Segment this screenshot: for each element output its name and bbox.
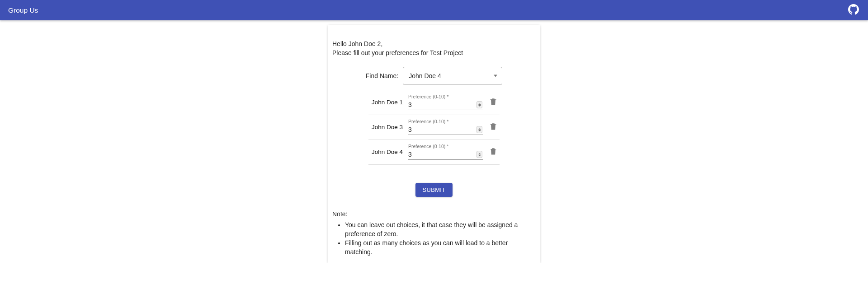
note-item: Filling out as many choices as you can w… (345, 238, 536, 257)
preferences-card: Hello John Doe 2, Please fill out your p… (328, 25, 540, 263)
step-down-icon (478, 155, 481, 156)
number-stepper[interactable] (476, 101, 482, 108)
number-stepper[interactable] (476, 126, 482, 133)
preference-float-label: Preference (0-10) * (408, 119, 448, 124)
github-icon (848, 4, 859, 16)
greeting-line-1: Hello John Doe 2, (332, 40, 382, 47)
preference-name-label: John Doe 3 (370, 124, 403, 130)
greeting-line-2: Please fill out your preferences for Tes… (332, 49, 463, 56)
delete-preference-button[interactable] (489, 122, 498, 132)
appbar: Group Us (0, 0, 868, 20)
github-link[interactable] (847, 4, 860, 17)
step-down-icon (478, 105, 481, 107)
preference-name-label: John Doe 1 (370, 99, 403, 106)
chevron-down-icon (494, 74, 497, 77)
number-stepper[interactable] (476, 151, 482, 158)
preference-field: Preference (0-10) * (408, 120, 483, 135)
preference-list: John Doe 1 Preference (0-10) * (368, 90, 500, 165)
preference-float-label: Preference (0-10) * (408, 144, 448, 149)
page-content: Hello John Doe 2, Please fill out your p… (0, 20, 868, 263)
note-heading: Note: (332, 210, 536, 218)
find-name-row: Find Name: John Doe 4 (332, 67, 536, 85)
find-name-label: Find Name: (366, 72, 398, 79)
submit-row: Submit (332, 183, 536, 197)
step-up-icon (478, 128, 481, 130)
step-up-icon (478, 103, 481, 105)
trash-icon (489, 97, 498, 107)
delete-preference-button[interactable] (489, 97, 498, 107)
find-name-selected-value: John Doe 4 (409, 72, 441, 79)
step-down-icon (478, 130, 481, 131)
submit-button[interactable]: Submit (415, 183, 453, 197)
notes-list: You can leave out choices, it that case … (340, 220, 536, 257)
preference-float-label: Preference (0-10) * (408, 94, 448, 99)
app-title: Group Us (8, 6, 38, 14)
find-name-select[interactable]: John Doe 4 (403, 67, 502, 85)
delete-preference-button[interactable] (489, 147, 498, 157)
preference-input[interactable] (408, 126, 476, 133)
preference-row: John Doe 4 Preference (0-10) * (368, 140, 500, 165)
preference-row: John Doe 3 Preference (0-10) * (368, 115, 500, 140)
greeting-text: Hello John Doe 2, Please fill out your p… (332, 39, 536, 58)
preference-name-label: John Doe 4 (370, 149, 403, 155)
trash-icon (489, 147, 498, 157)
note-item: You can leave out choices, it that case … (345, 220, 536, 239)
preference-row: John Doe 1 Preference (0-10) * (368, 90, 500, 115)
preference-input[interactable] (408, 101, 476, 108)
trash-icon (489, 122, 498, 132)
step-up-icon (478, 153, 481, 154)
preference-input[interactable] (408, 151, 476, 158)
preference-field: Preference (0-10) * (408, 95, 483, 110)
preference-field: Preference (0-10) * (408, 144, 483, 160)
